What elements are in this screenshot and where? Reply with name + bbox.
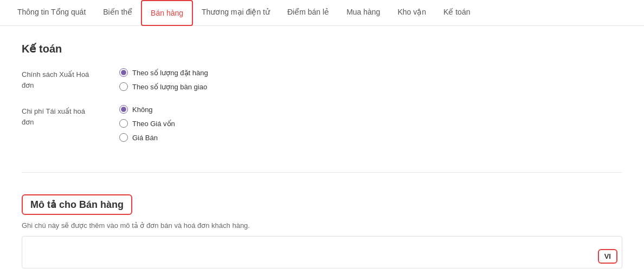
- refund-policy-label: Chi phí Tái xuất hoá đơn: [22, 105, 119, 127]
- invoice-policy-controls: Theo số lượng đặt hàngTheo số lượng bàn …: [119, 68, 622, 96]
- description-input[interactable]: [22, 237, 622, 268]
- radio-input-khong[interactable]: [119, 105, 128, 114]
- radio-option-theo-gia-von[interactable]: Theo Giá vốn: [119, 119, 622, 128]
- radio-option-gia-ban[interactable]: Giá Bán: [119, 133, 622, 142]
- description-title: Mô tả cho Bán hàng: [22, 194, 132, 215]
- refund-policy-controls: KhôngTheo Giá vốnGiá Bán: [119, 105, 622, 147]
- invoice-policy-row: Chính sách Xuất Hoá đơn Theo số lượng đặ…: [22, 68, 622, 96]
- radio-label-khong: Không: [132, 106, 153, 114]
- tab-thuong-mai[interactable]: Thương mại điện tử: [193, 0, 279, 26]
- radio-option-so-luong-ban-giao[interactable]: Theo số lượng bàn giao: [119, 82, 622, 91]
- radio-label-so-luong-dat-hang: Theo số lượng đặt hàng: [132, 69, 208, 77]
- radio-label-gia-ban: Giá Bán: [132, 134, 158, 142]
- radio-input-so-luong-dat-hang[interactable]: [119, 68, 128, 77]
- description-area-wrapper: VI: [22, 236, 622, 269]
- tab-ban-hang[interactable]: Bán hàng: [141, 0, 193, 26]
- refund-policy-row: Chi phí Tái xuất hoá đơn KhôngTheo Giá v…: [22, 105, 622, 147]
- tab-kho-van[interactable]: Kho vận: [389, 0, 435, 26]
- radio-option-so-luong-dat-hang[interactable]: Theo số lượng đặt hàng: [119, 68, 622, 77]
- tab-bar: Thông tin Tổng quátBiến thểBán hàngThươn…: [0, 0, 644, 26]
- radio-option-khong[interactable]: Không: [119, 105, 622, 114]
- radio-label-so-luong-ban-giao: Theo số lượng bàn giao: [132, 83, 207, 91]
- main-content: Kế toán Chính sách Xuất Hoá đơn Theo số …: [0, 26, 644, 275]
- tab-thong-tin[interactable]: Thông tin Tổng quát: [9, 0, 94, 26]
- radio-input-theo-gia-von[interactable]: [119, 119, 128, 128]
- radio-input-gia-ban[interactable]: [119, 133, 128, 142]
- ke-toan-section: Kế toán Chính sách Xuất Hoá đơn Theo số …: [22, 42, 622, 173]
- radio-label-theo-gia-von: Theo Giá vốn: [132, 120, 175, 128]
- lang-badge[interactable]: VI: [598, 249, 617, 264]
- section-title: Kế toán: [22, 42, 622, 55]
- description-hint: Ghi chú này sẽ được thêm vào mô tả ở đơn…: [22, 221, 622, 230]
- description-section: Mô tả cho Bán hàng Ghi chú này sẽ được t…: [22, 189, 622, 269]
- tab-ke-toan[interactable]: Kế toán: [435, 0, 479, 26]
- radio-input-so-luong-ban-giao[interactable]: [119, 82, 128, 91]
- invoice-policy-label: Chính sách Xuất Hoá đơn: [22, 68, 119, 90]
- tab-bien-the[interactable]: Biến thể: [94, 0, 141, 26]
- tab-diem-ban-le[interactable]: Điểm bán lẻ: [279, 0, 338, 26]
- tab-mua-hang[interactable]: Mua hàng: [338, 0, 389, 26]
